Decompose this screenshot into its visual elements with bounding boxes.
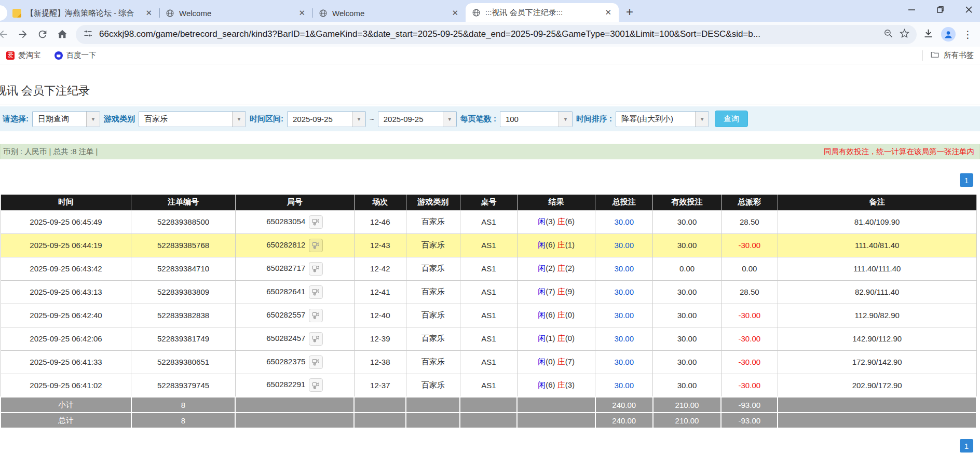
browser-tab-strip: 【新提醒】海燕策略论坛 - 综合✕Welcome✕Welcome✕:::视讯 会… xyxy=(0,0,980,22)
round-id-text: 650282557 xyxy=(266,310,305,319)
same-round-notice: 同局有效投注，统一计算在该局第一张注单内 xyxy=(824,147,974,157)
date-end-select[interactable]: 2025-09-25 ▼ xyxy=(378,111,457,127)
all-bookmarks-button[interactable]: 所有书签 xyxy=(922,50,974,61)
url-text[interactable]: 66cxkj98.com/game/betrecord_search/kind3… xyxy=(99,29,877,39)
tab-close-icon[interactable]: ✕ xyxy=(450,8,460,18)
dropdown-arrow-icon[interactable]: ▼ xyxy=(232,112,246,127)
dropdown-arrow-icon[interactable]: ▼ xyxy=(559,112,572,127)
cell-payout: -30.00 xyxy=(721,327,778,350)
cell-note: 111.40/81.40 xyxy=(778,234,976,257)
tab-close-icon[interactable]: ✕ xyxy=(143,8,154,18)
dropdown-arrow-icon[interactable]: ▼ xyxy=(695,112,709,127)
back-icon[interactable] xyxy=(0,25,12,44)
globe-favicon xyxy=(319,9,328,18)
dropdown-arrow-icon[interactable]: ▼ xyxy=(352,112,365,127)
total-bet-link[interactable]: 30.00 xyxy=(614,264,634,273)
per-page-select[interactable]: 100 ▼ xyxy=(500,111,573,127)
site-settings-icon[interactable] xyxy=(83,29,93,40)
total-bet-link[interactable]: 30.00 xyxy=(614,334,634,343)
result-banker-score: (0) xyxy=(565,310,575,319)
currency-total-text: 币别 : 人民币 | 总共 :8 注单 | xyxy=(3,147,98,157)
cell-time: 2025-09-25 06:41:33 xyxy=(1,350,131,374)
bookmark-item-1[interactable]: 爱爱淘宝 xyxy=(6,50,41,60)
pagination-page-1-top[interactable]: 1 xyxy=(960,173,973,187)
browser-tab-3[interactable]: Welcome✕ xyxy=(312,4,466,22)
dropdown-arrow-icon[interactable]: ▼ xyxy=(86,112,100,127)
pagination-page-1-bottom[interactable]: 1 xyxy=(960,439,973,453)
video-replay-button[interactable] xyxy=(309,239,323,252)
browser-tab-4[interactable]: :::视讯 会员下注纪录:::✕ xyxy=(466,3,619,22)
tab-close-icon[interactable]: ✕ xyxy=(296,8,307,18)
download-icon[interactable] xyxy=(923,28,934,41)
result-banker-label: 庄 xyxy=(557,240,565,249)
total-bet-link[interactable]: 30.00 xyxy=(614,217,634,226)
video-replay-button[interactable] xyxy=(309,355,323,369)
game-type-select[interactable]: 百家乐 ▼ xyxy=(139,111,246,127)
zoom-out-icon[interactable] xyxy=(883,29,893,40)
cell-table-no: AS1 xyxy=(460,327,517,350)
bookmark-star-icon[interactable] xyxy=(900,29,909,40)
round-id-text: 650282375 xyxy=(266,357,305,365)
url-bar[interactable]: 66cxkj98.com/game/betrecord_search/kind3… xyxy=(76,25,917,44)
video-replay-button[interactable] xyxy=(309,215,323,229)
tab-title: 【新提醒】海燕策略论坛 - 综合 xyxy=(26,8,139,18)
cell-table-no: AS1 xyxy=(460,280,517,304)
betting-records-page: 视讯 会员下注纪录 请选择: 日期查询 ▼ 游戏类别 百家乐 ▼ 时间区间: 2… xyxy=(0,83,980,453)
menu-kebab-icon[interactable]: ⋮ xyxy=(963,29,973,40)
cell-session: 12-46 xyxy=(354,210,406,234)
total-bet-link[interactable]: 30.00 xyxy=(614,381,634,390)
cell-round-id: 650283054 xyxy=(235,210,354,234)
date-start-select[interactable]: 2025-09-25 ▼ xyxy=(287,111,366,127)
profile-avatar-icon[interactable] xyxy=(941,27,956,42)
cell-valid-bet: 30.00 xyxy=(653,280,722,304)
total-bet-link[interactable]: 30.00 xyxy=(614,287,634,296)
total-bet-link[interactable]: 30.00 xyxy=(614,241,634,250)
result-banker-score: (2) xyxy=(565,264,575,272)
video-replay-button[interactable] xyxy=(309,285,323,299)
globe-favicon xyxy=(472,8,481,17)
bookmark-label: 爱淘宝 xyxy=(18,50,41,60)
forward-icon[interactable] xyxy=(13,25,32,44)
video-camera-icon xyxy=(311,311,320,320)
minimize-icon[interactable] xyxy=(908,6,916,16)
cell-total-bet: 30.00 xyxy=(595,304,653,327)
cell-valid-bet: 30.00 xyxy=(653,350,722,374)
video-replay-button[interactable] xyxy=(309,332,323,346)
restore-icon[interactable] xyxy=(936,6,944,16)
browser-tab-2[interactable]: Welcome✕ xyxy=(159,4,312,22)
close-icon[interactable] xyxy=(965,6,973,16)
table-header-row: 时间注单编号局号场次游戏类别桌号结果总投注有效投注总派彩备注 xyxy=(1,195,976,210)
column-header: 时间 xyxy=(1,195,131,210)
per-page-label: 每页笔数 : xyxy=(460,114,496,124)
summary-bar: 币别 : 人民币 | 总共 :8 注单 | 同局有效投注，统一计算在该局第一张注… xyxy=(0,144,980,159)
new-tab-button[interactable]: + xyxy=(626,4,633,20)
bookmark-item-2[interactable]: 百度一下 xyxy=(55,50,97,60)
reload-icon[interactable] xyxy=(33,25,52,44)
table-row: 2025-09-25 06:43:42522839384710650282717… xyxy=(1,257,976,280)
query-mode-select[interactable]: 日期查询 ▼ xyxy=(32,111,100,127)
result-player-score: (6) xyxy=(546,310,557,319)
dropdown-arrow-icon[interactable]: ▼ xyxy=(443,112,456,127)
cell-time: 2025-09-25 06:41:02 xyxy=(1,374,131,397)
cell-round-id: 650282457 xyxy=(235,327,354,350)
video-replay-button[interactable] xyxy=(309,309,323,322)
total-bet-link[interactable]: 30.00 xyxy=(614,358,634,366)
result-player-label: 闲 xyxy=(538,357,546,366)
home-icon[interactable] xyxy=(53,25,72,44)
cell-payout: -30.00 xyxy=(721,350,778,374)
tab-close-icon[interactable]: ✕ xyxy=(603,8,614,17)
cell-total-bet: 30.00 xyxy=(595,280,653,304)
footer-empty-cell xyxy=(460,397,517,413)
cell-result: 闲(6) 庄(3) xyxy=(517,374,595,397)
cell-round-id: 650282557 xyxy=(235,304,354,327)
cell-payout: -30.00 xyxy=(721,304,778,327)
total-bet-link[interactable]: 30.00 xyxy=(614,311,634,320)
cell-round-id: 650282375 xyxy=(235,350,354,374)
browser-tab-1[interactable]: 【新提醒】海燕策略论坛 - 综合✕ xyxy=(6,4,159,22)
footer-empty-cell xyxy=(406,413,460,428)
video-replay-button[interactable] xyxy=(309,262,323,276)
video-replay-button[interactable] xyxy=(309,378,323,392)
search-button[interactable]: 查询 xyxy=(715,111,748,127)
sort-select[interactable]: 降幂(由大到小) ▼ xyxy=(616,111,709,127)
cell-bet-id: 522839379745 xyxy=(131,374,235,397)
